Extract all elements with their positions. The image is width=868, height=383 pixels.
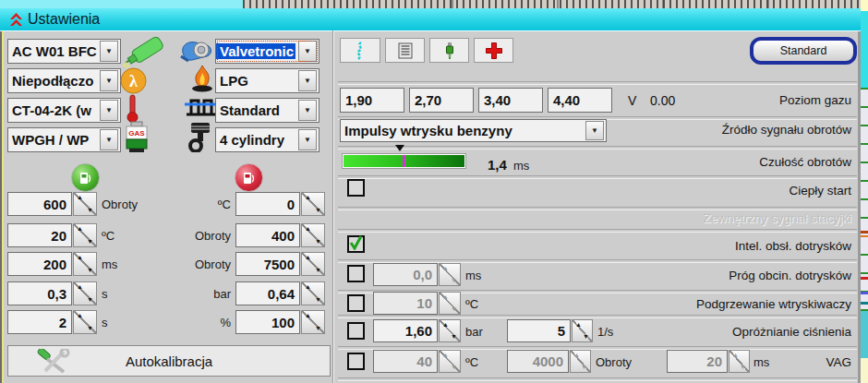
standard-preset-button[interactable]: Standard: [750, 37, 857, 65]
spin-up-icon: ▲: [442, 352, 449, 359]
chevron-double-up-icon[interactable]: [9, 12, 23, 27]
min-gas-pressure-field[interactable]: 0,64: [235, 281, 300, 305]
thermometer-icon: [125, 93, 140, 124]
petrol-temp-stepper[interactable]: ▲▼: [301, 192, 325, 216]
pressure-emptying-rate-field[interactable]: 5: [507, 319, 571, 342]
gas-level-threshold-1[interactable]: 1,90: [340, 88, 404, 113]
rpm-source-label: Źródło sygnału obrotów: [722, 123, 851, 137]
svg-text:λ: λ: [129, 72, 138, 90]
rpm-sensitivity-slider[interactable]: [342, 153, 466, 169]
gas-level-sensor-dropdown[interactable]: WPGH / WP ▼: [7, 127, 121, 152]
cutoff-threshold-field[interactable]: 0,0: [373, 263, 438, 286]
switch-delay-field[interactable]: 200: [7, 252, 72, 276]
injector-settings-button[interactable]: [429, 38, 469, 63]
vag-temp-field[interactable]: 40: [373, 350, 438, 373]
signal-type-dropdown[interactable]: Standard ▼: [215, 98, 319, 123]
chevron-down-icon[interactable]: ▼: [100, 100, 118, 121]
rpm-source-value: Impulsy wtrysku benzyny: [341, 123, 584, 138]
pressure-emptying-bar-stepper[interactable]: ▲▼: [439, 319, 461, 342]
injector-heating-checkbox[interactable]: [347, 294, 365, 312]
max-load-stepper[interactable]: ▲▼: [301, 310, 325, 334]
overlap-time-field[interactable]: 0,3: [7, 281, 72, 305]
injector-heating-stepper[interactable]: ▲▼: [439, 292, 461, 315]
cutoff-threshold-stepper[interactable]: ▲▼: [439, 263, 461, 286]
autocalibration-button[interactable]: Autokalibracja: [7, 345, 331, 377]
window-title: Ustawienia: [28, 11, 100, 28]
cutoff-threshold-label: Próg obcin. dotrysków: [729, 269, 851, 282]
spin-up-icon: ▲: [77, 312, 83, 319]
gas-switch-rpm-field[interactable]: 600: [7, 192, 72, 216]
autocalibration-label: Autokalibracja: [126, 353, 212, 369]
chevron-down-icon[interactable]: ▼: [298, 100, 317, 121]
rpm-source-dropdown[interactable]: Impulsy wtrysku benzyny ▼: [340, 119, 607, 142]
pressure-emptying-bar-field[interactable]: 1,60: [373, 319, 438, 342]
petrol-temp-field[interactable]: 0: [235, 192, 300, 216]
max-load-field[interactable]: 100: [235, 310, 300, 334]
petrol-max-rpm-field[interactable]: 7500: [235, 252, 300, 276]
cylinder-switch-time-stepper[interactable]: ▲▼: [73, 310, 97, 334]
petrol-min-rpm-field[interactable]: 400: [235, 223, 300, 247]
vag-temp-stepper[interactable]: ▲▼: [439, 350, 461, 373]
min-gas-pressure-stepper[interactable]: ▲▼: [301, 281, 325, 305]
pressure-emptying-checkbox[interactable]: [347, 322, 365, 340]
switch-temp-stepper[interactable]: ▲▼: [73, 223, 97, 247]
chevron-down-icon[interactable]: ▼: [298, 129, 317, 150]
unit-label: bar: [162, 287, 231, 301]
vag-time-field[interactable]: 20: [667, 350, 728, 373]
cylinder-switch-time-field[interactable]: 2: [7, 310, 72, 334]
first-aid-cross-icon: [485, 42, 503, 60]
spin-up-icon: ▲: [442, 265, 449, 272]
lambda-mode-dropdown[interactable]: Niepodłączo ▼: [7, 68, 121, 93]
petrol-max-rpm-stepper[interactable]: ▲▼: [301, 252, 325, 276]
gas-level-threshold-2[interactable]: 2,70: [409, 88, 474, 113]
cylinders-dropdown[interactable]: 4 cylindry ▼: [215, 127, 319, 152]
chevron-down-icon[interactable]: ▼: [100, 129, 118, 150]
chevron-down-icon[interactable]: ▼: [100, 70, 118, 91]
diagnostics-button[interactable]: [474, 38, 513, 63]
chevron-down-icon[interactable]: ▼: [100, 41, 118, 62]
vag-rpm-stepper[interactable]: ▲▼: [570, 350, 591, 373]
gas-level-threshold-3[interactable]: 3,40: [478, 88, 543, 113]
fuel-type-dropdown[interactable]: LPG ▼: [215, 68, 319, 93]
switch-delay-stepper[interactable]: ▲▼: [73, 252, 97, 276]
spin-up-icon: ▲: [77, 194, 83, 201]
unit-label: s: [102, 316, 108, 329]
vag-time-stepper[interactable]: ▲▼: [729, 350, 750, 373]
overlap-time-stepper[interactable]: ▲▼: [73, 281, 97, 305]
gas-switch-rpm-stepper[interactable]: ▲▼: [73, 192, 97, 216]
spin-down-icon: ▼: [315, 296, 321, 304]
vag-checkbox[interactable]: [347, 353, 365, 370]
injector-heating-field[interactable]: 10: [373, 292, 438, 315]
spin-down-icon: ▼: [315, 207, 321, 214]
row-separator: [338, 315, 857, 318]
cutoff-threshold-checkbox[interactable]: [347, 265, 365, 282]
injector-test-button[interactable]: [340, 38, 380, 63]
spin-down-icon: ▼: [451, 333, 457, 341]
intel-injections-checkbox[interactable]: [347, 235, 365, 253]
gas-level-label: Poziom gazu: [779, 93, 851, 107]
ext-ignition-label: Zewnętrzny sygnał stacyjki: [703, 211, 851, 225]
ecu-model-dropdown[interactable]: AC W01 BFC ▼: [7, 39, 121, 64]
piston-icon: [186, 121, 215, 152]
report-button[interactable]: [385, 38, 425, 63]
row-separator: [338, 175, 857, 179]
valve-type-dropdown[interactable]: Valvetronic ▼: [215, 39, 319, 64]
slider-marker-icon[interactable]: [395, 145, 404, 151]
pressure-emptying-rate-stepper[interactable]: ▲▼: [572, 319, 593, 342]
chevron-down-icon[interactable]: ▼: [585, 121, 604, 140]
spin-down-icon: ▼: [87, 296, 93, 304]
switch-temp-field[interactable]: 20: [7, 223, 72, 247]
chevron-down-icon[interactable]: ▼: [298, 41, 317, 62]
petrol-min-rpm-stepper[interactable]: ▲▼: [301, 223, 325, 247]
check-icon: [348, 234, 364, 250]
gas-level-threshold-4[interactable]: 4,40: [548, 88, 612, 113]
spin-up-icon: ▲: [732, 352, 739, 359]
titlebar[interactable]: Ustawienia: [0, 8, 861, 31]
injector-heating-label: Podgrzewanie wtryskiwaczy: [696, 297, 851, 311]
vag-rpm-field[interactable]: 4000: [507, 350, 569, 373]
chevron-down-icon[interactable]: ▼: [298, 70, 317, 91]
spin-down-icon: ▼: [315, 238, 321, 245]
spin-down-icon: ▼: [451, 364, 457, 371]
warm-start-checkbox[interactable]: [347, 179, 365, 197]
temp-sensor-dropdown[interactable]: CT-04-2K (w ▼: [7, 98, 121, 123]
